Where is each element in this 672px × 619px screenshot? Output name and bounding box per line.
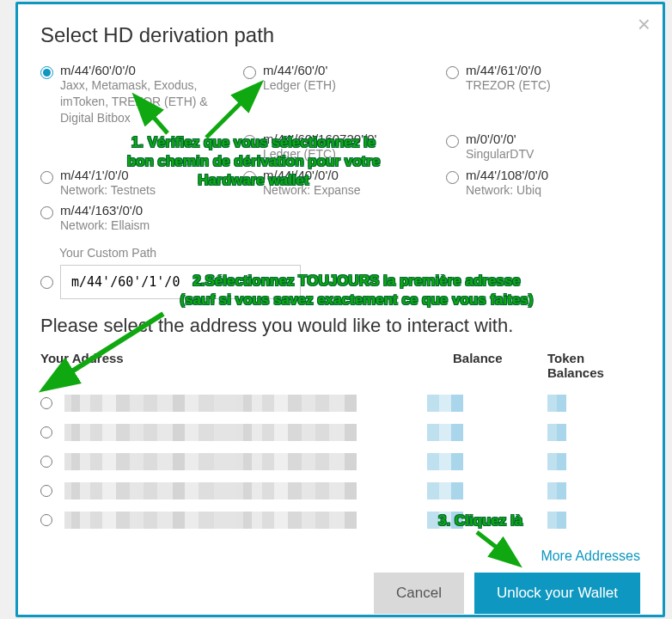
balance-redacted	[427, 482, 463, 499]
path-option[interactable]: m/44'/163'/0'/0Network: Ellaism	[40, 203, 235, 234]
balance-redacted	[427, 424, 463, 441]
path-desc: SingularDTV	[466, 146, 534, 162]
token-redacted	[547, 512, 566, 529]
token-redacted	[547, 453, 566, 470]
path-option[interactable]: m/44'/61'/0'/0TREZOR (ETC)	[446, 63, 640, 126]
path-label: m/44'/60'/160720'/0'	[263, 132, 376, 146]
path-radio[interactable]	[243, 135, 256, 148]
balance-redacted	[427, 453, 463, 470]
address-radio[interactable]	[40, 426, 52, 438]
path-desc: Network: Ubiq	[466, 182, 548, 199]
path-desc: Ledger (ETH)	[263, 77, 336, 94]
custom-path-radio[interactable]	[40, 276, 53, 289]
path-desc: Network: Ellaism	[60, 218, 150, 234]
more-addresses: More Addresses	[40, 549, 640, 564]
cancel-button[interactable]: Cancel	[374, 573, 464, 614]
path-option[interactable]: m/44'/60'/0'Ledger (ETH)	[243, 63, 437, 126]
path-desc: Network: Expanse	[263, 182, 361, 199]
path-label: m/44'/40'/0'/0	[263, 168, 361, 182]
header-address: Your Address	[40, 351, 453, 380]
address-row[interactable]	[40, 447, 640, 476]
custom-path-label: Your Custom Path	[59, 246, 640, 260]
address-row[interactable]	[40, 389, 640, 418]
path-radio[interactable]	[243, 171, 256, 184]
path-label: m/0'/0'/0'	[466, 132, 534, 146]
address-table-header: Your Address Balance Token Balances	[40, 351, 640, 380]
path-desc: Network: Testnets	[60, 182, 156, 199]
path-desc: TREZOR (ETC)	[466, 77, 551, 94]
path-option[interactable]: m/44'/60'/0'/0Jaxx, Metamask, Exodus, im…	[40, 63, 235, 126]
select-address-title: Please select the address you would like…	[40, 315, 640, 337]
hd-derivation-modal: × Select HD derivation path m/44'/60'/0'…	[15, 2, 665, 617]
token-redacted	[547, 395, 566, 412]
path-radio[interactable]	[446, 171, 459, 184]
path-option[interactable]: m/44'/1'/0'/0Network: Testnets	[40, 168, 235, 199]
path-radio[interactable]	[40, 171, 53, 184]
path-label: m/44'/60'/0'/0	[60, 63, 235, 77]
path-label: m/44'/108'/0'/0	[466, 168, 548, 182]
address-redacted	[64, 395, 357, 412]
path-label: m/44'/1'/0'/0	[60, 168, 156, 182]
address-row[interactable]	[40, 506, 640, 535]
path-radio[interactable]	[446, 135, 459, 148]
modal-title: Select HD derivation path	[40, 23, 640, 47]
modal-footer: Cancel Unlock your Wallet	[40, 573, 640, 614]
path-label: m/44'/163'/0'/0	[60, 203, 150, 218]
token-redacted	[547, 482, 566, 499]
address-radio[interactable]	[40, 514, 52, 526]
address-redacted	[64, 453, 357, 470]
balance-redacted	[427, 512, 463, 529]
path-radio[interactable]	[243, 66, 256, 79]
path-label: m/44'/60'/0'	[263, 63, 336, 77]
path-radio[interactable]	[40, 206, 53, 219]
header-balance: Balance	[453, 351, 547, 380]
path-option[interactable]: m/44'/108'/0'/0Network: Ubiq	[446, 168, 640, 199]
address-radio[interactable]	[40, 456, 52, 468]
path-radio[interactable]	[40, 66, 53, 79]
path-desc: Jaxx, Metamask, Exodus, imToken, TREZOR …	[60, 77, 235, 126]
address-redacted	[64, 512, 357, 529]
custom-path-row	[40, 265, 640, 299]
unlock-wallet-button[interactable]: Unlock your Wallet	[474, 573, 640, 614]
custom-path-input[interactable]	[60, 265, 301, 299]
address-redacted	[64, 482, 357, 499]
address-row[interactable]	[40, 418, 640, 447]
address-radio[interactable]	[40, 397, 52, 409]
address-redacted	[64, 424, 357, 441]
path-option[interactable]: m/44'/40'/0'/0Network: Expanse	[243, 168, 437, 199]
path-desc: Ledger (ETC)	[263, 146, 376, 162]
derivation-paths-grid: m/44'/60'/0'/0Jaxx, Metamask, Exodus, im…	[40, 63, 640, 234]
address-row[interactable]	[40, 476, 640, 506]
header-token: Token Balances	[547, 351, 640, 380]
token-redacted	[547, 424, 566, 441]
address-radio[interactable]	[40, 485, 52, 497]
more-addresses-link[interactable]: More Addresses	[541, 549, 640, 563]
path-option[interactable]: m/44'/60'/160720'/0'Ledger (ETC)	[243, 132, 437, 162]
close-icon[interactable]: ×	[638, 13, 651, 35]
path-option[interactable]: m/0'/0'/0'SingularDTV	[446, 132, 640, 162]
path-label: m/44'/61'/0'/0	[466, 63, 551, 77]
balance-redacted	[427, 395, 463, 412]
path-radio[interactable]	[446, 66, 459, 79]
